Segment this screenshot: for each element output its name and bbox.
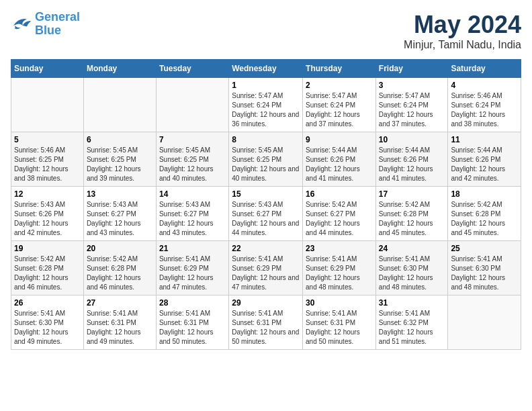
day-number: 20 xyxy=(87,244,153,253)
day-info: Sunrise: 5:42 AMSunset: 6:28 PMDaylight:… xyxy=(379,200,445,238)
day-info: Sunrise: 5:46 AMSunset: 6:25 PMDaylight:… xyxy=(14,146,81,183)
calendar-cell: 19Sunrise: 5:42 AMSunset: 6:28 PMDayligh… xyxy=(11,241,84,295)
calendar-cell: 28Sunrise: 5:41 AMSunset: 6:31 PMDayligh… xyxy=(156,295,228,350)
calendar-cell xyxy=(83,78,156,132)
day-number: 1 xyxy=(232,81,300,90)
day-number: 13 xyxy=(87,189,153,199)
day-info: Sunrise: 5:41 AMSunset: 6:29 PMDaylight:… xyxy=(159,255,226,292)
calendar-cell: 24Sunrise: 5:41 AMSunset: 6:30 PMDayligh… xyxy=(375,241,448,295)
calendar-cell: 16Sunrise: 5:42 AMSunset: 6:27 PMDayligh… xyxy=(303,187,376,241)
day-info: Sunrise: 5:45 AMSunset: 6:25 PMDaylight:… xyxy=(87,146,153,183)
logo-text-block: General Blue xyxy=(35,11,80,38)
day-number: 4 xyxy=(451,81,518,90)
day-info: Sunrise: 5:43 AMSunset: 6:27 PMDaylight:… xyxy=(87,200,153,238)
calendar-cell: 7Sunrise: 5:45 AMSunset: 6:25 PMDaylight… xyxy=(156,132,228,187)
calendar-cell: 11Sunrise: 5:44 AMSunset: 6:26 PMDayligh… xyxy=(448,132,521,187)
calendar-cell: 29Sunrise: 5:41 AMSunset: 6:31 PMDayligh… xyxy=(229,295,303,350)
day-number: 26 xyxy=(14,298,81,308)
day-number: 2 xyxy=(306,81,373,90)
day-number: 19 xyxy=(14,244,81,253)
day-info: Sunrise: 5:44 AMSunset: 6:26 PMDaylight:… xyxy=(379,146,445,183)
weekday-header-tuesday: Tuesday xyxy=(156,60,228,78)
day-number: 10 xyxy=(379,135,445,144)
calendar-cell: 3Sunrise: 5:47 AMSunset: 6:24 PMDaylight… xyxy=(375,78,448,132)
day-number: 5 xyxy=(14,135,81,144)
calendar-cell: 1Sunrise: 5:47 AMSunset: 6:24 PMDaylight… xyxy=(229,78,303,132)
weekday-header-sunday: Sunday xyxy=(11,60,84,78)
day-number: 17 xyxy=(379,189,445,199)
day-info: Sunrise: 5:42 AMSunset: 6:27 PMDaylight:… xyxy=(306,200,373,238)
week-row-1: 1Sunrise: 5:47 AMSunset: 6:24 PMDaylight… xyxy=(11,78,521,132)
day-number: 12 xyxy=(14,189,81,199)
calendar-cell: 27Sunrise: 5:41 AMSunset: 6:31 PMDayligh… xyxy=(83,295,156,350)
calendar-cell: 15Sunrise: 5:43 AMSunset: 6:27 PMDayligh… xyxy=(229,187,303,241)
day-number: 31 xyxy=(379,298,445,308)
day-info: Sunrise: 5:43 AMSunset: 6:27 PMDaylight:… xyxy=(159,200,226,238)
calendar-cell xyxy=(448,295,521,350)
day-info: Sunrise: 5:41 AMSunset: 6:31 PMDaylight:… xyxy=(232,309,300,347)
day-info: Sunrise: 5:43 AMSunset: 6:26 PMDaylight:… xyxy=(14,200,81,238)
day-number: 3 xyxy=(379,81,445,90)
weekday-header-monday: Monday xyxy=(83,60,156,78)
day-info: Sunrise: 5:41 AMSunset: 6:31 PMDaylight:… xyxy=(87,309,153,347)
calendar-cell: 8Sunrise: 5:45 AMSunset: 6:25 PMDaylight… xyxy=(229,132,303,187)
day-info: Sunrise: 5:46 AMSunset: 6:24 PMDaylight:… xyxy=(451,91,518,129)
subtitle: Minjur, Tamil Nadu, India xyxy=(404,39,521,51)
calendar-cell: 25Sunrise: 5:41 AMSunset: 6:30 PMDayligh… xyxy=(448,241,521,295)
main-title: May 2024 xyxy=(404,11,521,39)
day-number: 8 xyxy=(232,135,300,144)
day-info: Sunrise: 5:47 AMSunset: 6:24 PMDaylight:… xyxy=(306,91,373,129)
calendar-cell: 5Sunrise: 5:46 AMSunset: 6:25 PMDaylight… xyxy=(11,132,84,187)
calendar-cell: 2Sunrise: 5:47 AMSunset: 6:24 PMDaylight… xyxy=(303,78,376,132)
week-row-3: 12Sunrise: 5:43 AMSunset: 6:26 PMDayligh… xyxy=(11,187,521,241)
calendar-cell: 10Sunrise: 5:44 AMSunset: 6:26 PMDayligh… xyxy=(375,132,448,187)
weekday-header-saturday: Saturday xyxy=(448,60,521,78)
day-number: 30 xyxy=(306,298,373,308)
day-number: 7 xyxy=(159,135,226,144)
calendar-table: SundayMondayTuesdayWednesdayThursdayFrid… xyxy=(11,59,521,350)
day-number: 11 xyxy=(451,135,518,144)
day-number: 15 xyxy=(232,189,300,199)
day-info: Sunrise: 5:41 AMSunset: 6:30 PMDaylight:… xyxy=(14,309,81,347)
day-info: Sunrise: 5:42 AMSunset: 6:28 PMDaylight:… xyxy=(451,200,518,238)
day-info: Sunrise: 5:47 AMSunset: 6:24 PMDaylight:… xyxy=(379,91,445,129)
day-info: Sunrise: 5:45 AMSunset: 6:25 PMDaylight:… xyxy=(232,146,300,183)
day-number: 23 xyxy=(306,244,373,253)
day-number: 6 xyxy=(87,135,153,144)
weekday-header-friday: Friday xyxy=(375,60,448,78)
calendar-cell: 12Sunrise: 5:43 AMSunset: 6:26 PMDayligh… xyxy=(11,187,84,241)
day-info: Sunrise: 5:41 AMSunset: 6:30 PMDaylight:… xyxy=(379,255,445,292)
day-info: Sunrise: 5:41 AMSunset: 6:32 PMDaylight:… xyxy=(379,309,445,347)
page-header: General Blue May 2024 Minjur, Tamil Nadu… xyxy=(11,11,521,51)
calendar-cell: 13Sunrise: 5:43 AMSunset: 6:27 PMDayligh… xyxy=(83,187,156,241)
logo-line2: Blue xyxy=(35,24,61,37)
day-number: 21 xyxy=(159,244,226,253)
day-number: 27 xyxy=(87,298,153,308)
day-number: 9 xyxy=(306,135,373,144)
day-info: Sunrise: 5:44 AMSunset: 6:26 PMDaylight:… xyxy=(306,146,373,183)
calendar-cell: 14Sunrise: 5:43 AMSunset: 6:27 PMDayligh… xyxy=(156,187,228,241)
weekday-header-wednesday: Wednesday xyxy=(229,60,303,78)
day-info: Sunrise: 5:41 AMSunset: 6:29 PMDaylight:… xyxy=(306,255,373,292)
calendar-cell: 4Sunrise: 5:46 AMSunset: 6:24 PMDaylight… xyxy=(448,78,521,132)
day-info: Sunrise: 5:41 AMSunset: 6:29 PMDaylight:… xyxy=(232,255,300,292)
day-info: Sunrise: 5:47 AMSunset: 6:24 PMDaylight:… xyxy=(232,91,300,129)
calendar-cell: 30Sunrise: 5:41 AMSunset: 6:31 PMDayligh… xyxy=(303,295,376,350)
day-number: 16 xyxy=(306,189,373,199)
day-number: 25 xyxy=(451,244,518,253)
day-info: Sunrise: 5:41 AMSunset: 6:31 PMDaylight:… xyxy=(306,309,373,347)
day-info: Sunrise: 5:41 AMSunset: 6:30 PMDaylight:… xyxy=(451,255,518,292)
calendar-cell xyxy=(156,78,228,132)
day-number: 28 xyxy=(159,298,226,308)
calendar-cell: 18Sunrise: 5:42 AMSunset: 6:28 PMDayligh… xyxy=(448,187,521,241)
calendar-cell: 31Sunrise: 5:41 AMSunset: 6:32 PMDayligh… xyxy=(375,295,448,350)
calendar-cell xyxy=(11,78,84,132)
calendar-cell: 23Sunrise: 5:41 AMSunset: 6:29 PMDayligh… xyxy=(303,241,376,295)
logo-line1: General xyxy=(35,10,80,24)
calendar-cell: 17Sunrise: 5:42 AMSunset: 6:28 PMDayligh… xyxy=(375,187,448,241)
calendar-cell: 26Sunrise: 5:41 AMSunset: 6:30 PMDayligh… xyxy=(11,295,84,350)
calendar-cell: 21Sunrise: 5:41 AMSunset: 6:29 PMDayligh… xyxy=(156,241,228,295)
logo: General Blue xyxy=(11,11,80,38)
calendar-cell: 6Sunrise: 5:45 AMSunset: 6:25 PMDaylight… xyxy=(83,132,156,187)
day-info: Sunrise: 5:44 AMSunset: 6:26 PMDaylight:… xyxy=(451,146,518,183)
